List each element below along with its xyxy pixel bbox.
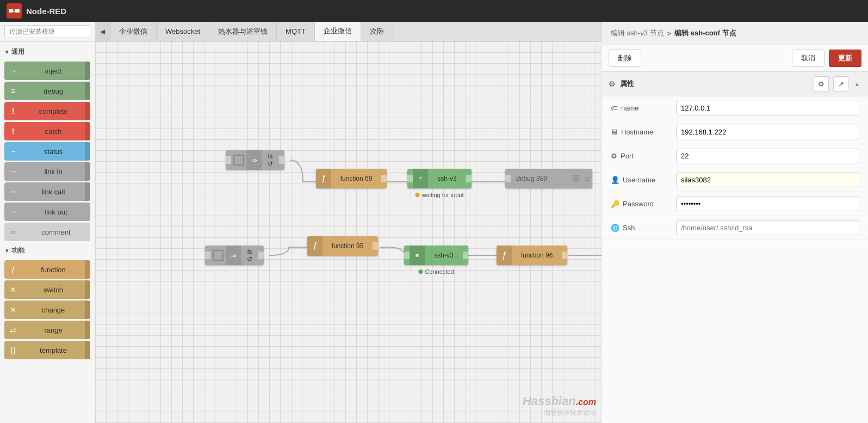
function-port <box>85 260 90 279</box>
template-port <box>85 341 90 359</box>
svg-rect-0 <box>9 9 13 13</box>
search-input[interactable] <box>4 25 90 38</box>
ls1-arrow-icon: ⇒ <box>246 150 262 170</box>
range-port <box>85 321 90 339</box>
func96-icon: ƒ <box>497 246 512 265</box>
sidebar-item-inject[interactable]: → inject <box>4 62 90 80</box>
sidebar-item-debug[interactable]: ≡ debug <box>4 82 90 100</box>
sidebar-item-complete[interactable]: ! complete <box>4 102 90 120</box>
debug389-menu-icon[interactable]: ☰ <box>571 169 581 188</box>
canvas-node-func96[interactable]: ƒ function 96 <box>497 246 567 265</box>
linkout-icon: → <box>4 203 22 221</box>
password-input[interactable] <box>676 197 859 211</box>
status-dot-green <box>418 269 423 274</box>
port-left <box>404 252 410 259</box>
sidebar-item-template[interactable]: {} template <box>4 341 90 359</box>
prop-label-port: ⚙ Port <box>611 152 671 160</box>
cancel-button[interactable]: 取消 <box>792 50 824 67</box>
port-right <box>463 252 468 259</box>
func95-label: function 95 <box>323 242 373 250</box>
debug-label: debug <box>22 87 85 95</box>
sidebar-item-status[interactable]: ~ status <box>4 142 90 161</box>
username-input[interactable] <box>676 173 859 187</box>
tab-qiyeweixin2[interactable]: 企业微信 <box>315 22 361 41</box>
canvas-node-debug389[interactable]: debug 389 ☰ □ <box>505 169 592 188</box>
port-left <box>226 156 231 164</box>
port-label-text: Port <box>621 152 634 160</box>
scroll-up-icon[interactable]: ▲ <box>854 81 860 87</box>
sidebar-search-area <box>0 22 95 42</box>
tab-qiyeweixin1[interactable]: 企业微信 <box>110 22 157 41</box>
sshv3b-status-text: Connected <box>425 268 454 275</box>
sshv3b-label: ssh-v3 <box>425 252 463 259</box>
inject-icon: → <box>4 62 22 80</box>
section-general-header[interactable]: ▾ 通用 <box>0 44 95 60</box>
sidebar-item-change[interactable]: ✕ change <box>4 301 90 319</box>
right-panel-actions: 删除 取消 更新 <box>602 45 868 72</box>
canvas-node-ls2[interactable]: ⇒ ls ↺ <box>205 246 264 265</box>
change-label: change <box>22 306 85 314</box>
tab-mqtt[interactable]: MQTT <box>277 22 315 41</box>
canvas-node-func69[interactable]: ƒ function 69 <box>316 169 387 188</box>
name-input[interactable] <box>676 101 859 115</box>
tab-websocket[interactable]: Websocket <box>157 22 209 41</box>
canvas-area[interactable]: ⇒ ls ↺ ƒ function 69 ≡ ssh-v3 waiting fo… <box>95 41 602 423</box>
prop-row-port: ⚙ Port <box>602 144 868 168</box>
hostname-label-text: Hostname <box>621 128 653 136</box>
linkcall-port <box>85 182 90 201</box>
canvas-node-sshv3a[interactable]: ≡ ssh-v3 waiting for input <box>407 169 472 188</box>
ssh-input[interactable] <box>676 220 859 235</box>
name-label-text: name <box>621 104 639 112</box>
sidebar-item-catch[interactable]: ! catch <box>4 122 90 140</box>
prop-row-hostname: 🖥 Hostname <box>602 120 868 144</box>
port-right <box>381 175 387 182</box>
port-right <box>373 242 378 250</box>
breadcrumb-separator: > <box>667 29 672 38</box>
ssh-icon: 🌐 <box>611 224 619 232</box>
sidebar-item-range[interactable]: ⇄ range <box>4 321 90 339</box>
sshv3a-icon: ≡ <box>413 169 428 188</box>
function-icon: ƒ <box>4 260 22 279</box>
prop-label-ssh: 🌐 Ssh <box>611 224 671 232</box>
logo-icon <box>7 3 22 19</box>
status-label: status <box>22 148 85 156</box>
ls2-arrow-icon: ⇒ <box>226 246 241 265</box>
sshv3b-icon: ≡ <box>410 246 425 265</box>
breadcrumb-current: 编辑 ssh-conf 节点 <box>674 28 736 38</box>
canvas-node-sshv3b[interactable]: ≡ ssh-v3 Connected <box>404 246 468 265</box>
template-label: template <box>22 346 85 354</box>
tab-bedroom[interactable]: 次卧 <box>361 22 393 41</box>
right-panel-header: 编辑 ssh-v3 节点 > 编辑 ssh-conf 节点 <box>602 22 868 45</box>
sidebar-item-linkin[interactable]: → link in <box>4 162 90 181</box>
comment-icon: ○ <box>4 223 22 241</box>
canvas-node-func95[interactable]: ƒ function 95 <box>307 236 378 256</box>
sidebar-item-function[interactable]: ƒ function <box>4 260 90 279</box>
sidebar-item-comment[interactable]: ○ comment <box>4 223 90 241</box>
props-settings-icon[interactable]: ⚙ <box>814 76 829 91</box>
debug389-close-icon[interactable]: □ <box>581 169 592 188</box>
chevron-down-icon2: ▾ <box>5 248 8 254</box>
hostname-input[interactable] <box>676 125 859 139</box>
delete-button[interactable]: 删除 <box>609 50 641 67</box>
canvas-node-ls1[interactable]: ⇒ ls ↺ <box>226 150 284 170</box>
breadcrumb-parent[interactable]: 编辑 ssh-v3 节点 <box>611 28 664 38</box>
app-title: Node-RED <box>26 7 66 16</box>
sidebar-item-linkcall[interactable]: ↔ link call <box>4 182 90 201</box>
app-logo: Node-RED <box>7 3 66 19</box>
sidebar-item-switch[interactable]: ✕ switch <box>4 280 90 299</box>
tab-scroll-left[interactable]: ◀ <box>95 22 110 41</box>
sshv3b-status: Connected <box>418 268 454 275</box>
sidebar-item-linkout[interactable]: → link out <box>4 203 90 221</box>
prop-label-name: 🏷 name <box>611 104 671 112</box>
section-function-header[interactable]: ▾ 功能 <box>0 243 95 259</box>
tab-heater[interactable]: 热水器与浴室镜 <box>209 22 277 41</box>
complete-icon: ! <box>4 102 22 120</box>
update-button[interactable]: 更新 <box>829 50 861 67</box>
port-right <box>562 252 567 259</box>
header: Node-RED <box>0 0 868 22</box>
username-icon: 👤 <box>611 176 619 184</box>
func69-icon: ƒ <box>316 169 331 188</box>
props-export-icon[interactable]: ↗ <box>833 76 848 91</box>
port-input[interactable] <box>676 149 859 163</box>
port-left <box>205 252 210 259</box>
